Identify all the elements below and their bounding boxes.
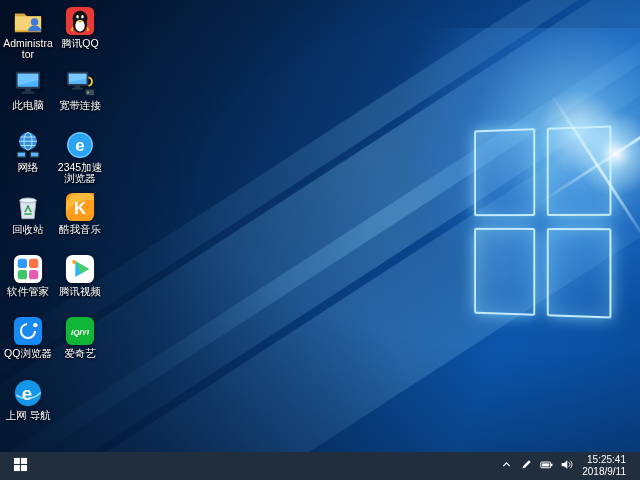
- recycle-bin-icon: [13, 192, 43, 222]
- desktop-icon-broadband[interactable]: 宽带连接: [54, 65, 106, 127]
- desktop-icon-web-navigation[interactable]: e 上网 导航: [2, 375, 54, 437]
- desktop-icon-label: 酷我音乐: [59, 224, 101, 235]
- 2345-browser-e-icon: e: [65, 130, 95, 160]
- desktop-icon-label: 腾讯QQ: [61, 38, 98, 49]
- svg-text:e: e: [22, 383, 32, 404]
- tray-chevron-button[interactable]: [496, 452, 516, 480]
- desktop-icon-network[interactable]: 网络: [2, 127, 54, 189]
- tray-battery-button[interactable]: [536, 452, 556, 480]
- network-globe-icon: [13, 130, 43, 160]
- taskbar: 15:25:41 2018/9/11: [0, 452, 640, 480]
- desktop-icon-qq-browser[interactable]: QQ浏览器: [2, 313, 54, 375]
- qq-browser-orbit-icon: [13, 316, 43, 346]
- svg-text:e: e: [75, 136, 84, 155]
- clock-time: 15:25:41: [587, 454, 626, 466]
- iqiyi-icon: iQIYI: [65, 316, 95, 346]
- user-folder-icon: [13, 6, 43, 36]
- desktop-icon-label: 宽带连接: [59, 100, 101, 111]
- desktop-icon-2345-browser[interactable]: e 2345加速浏览器: [54, 127, 106, 189]
- battery-icon: [540, 457, 553, 475]
- desktop-icon-tencent-qq[interactable]: 腾讯QQ: [54, 3, 106, 65]
- start-button[interactable]: [0, 452, 40, 480]
- desktop-icon-tencent-video[interactable]: 腾讯视频: [54, 251, 106, 313]
- taskbar-empty-area: [40, 452, 496, 480]
- tencent-video-play-icon: [65, 254, 95, 284]
- software-manager-grid-icon: [13, 254, 43, 284]
- svg-text:K: K: [74, 199, 87, 218]
- volume-icon: [560, 457, 573, 475]
- clock-date: 2018/9/11: [582, 466, 626, 478]
- pen-input-icon: [520, 457, 533, 475]
- taskbar-clock[interactable]: 15:25:41 2018/9/11: [576, 454, 634, 478]
- tray-volume-button[interactable]: [556, 452, 576, 480]
- system-tray: 15:25:41 2018/9/11: [496, 452, 640, 480]
- desktop-icon-kuwo-music[interactable]: K 酷我音乐: [54, 189, 106, 251]
- chevron-up-icon: [500, 457, 513, 475]
- computer-monitor-icon: [13, 68, 43, 98]
- qq-penguin-icon: [65, 6, 95, 36]
- desktop-icon-label: Administrator: [2, 38, 54, 60]
- svg-text:iQIYI: iQIYI: [71, 328, 90, 337]
- desktop-icon-recycle-bin[interactable]: 回收站: [2, 189, 54, 251]
- broadband-connection-icon: [65, 68, 95, 98]
- desktop-icon-administrator[interactable]: Administrator: [2, 3, 54, 65]
- kuwo-music-icon: K: [65, 192, 95, 222]
- desktop-icon-grid: Administrator 腾讯QQ 此电脑 宽带连接 网络: [2, 3, 106, 437]
- desktop-icon-label: QQ浏览器: [4, 348, 52, 359]
- windows-start-icon: [13, 457, 28, 476]
- desktop-icon-label: 回收站: [12, 224, 44, 235]
- web-navigation-e-icon: e: [13, 378, 43, 408]
- desktop-icon-label: 上网 导航: [6, 410, 51, 421]
- desktop-icon-label: 此电脑: [12, 100, 44, 111]
- desktop-icon-label: 腾讯视频: [59, 286, 101, 297]
- desktop-icon-this-pc[interactable]: 此电脑: [2, 65, 54, 127]
- tray-pen-input-button[interactable]: [516, 452, 536, 480]
- desktop-icon-label: 爱奇艺: [64, 348, 96, 359]
- windows-desktop: Administrator 腾讯QQ 此电脑 宽带连接 网络: [0, 0, 640, 480]
- desktop-icon-label: 网络: [18, 162, 39, 173]
- desktop-icon-label: 2345加速浏览器: [54, 162, 106, 184]
- desktop-icon-label: 软件管家: [7, 286, 49, 297]
- desktop-icon-software-manager[interactable]: 软件管家: [2, 251, 54, 313]
- desktop-icon-iqiyi[interactable]: iQIYI 爱奇艺: [54, 313, 106, 375]
